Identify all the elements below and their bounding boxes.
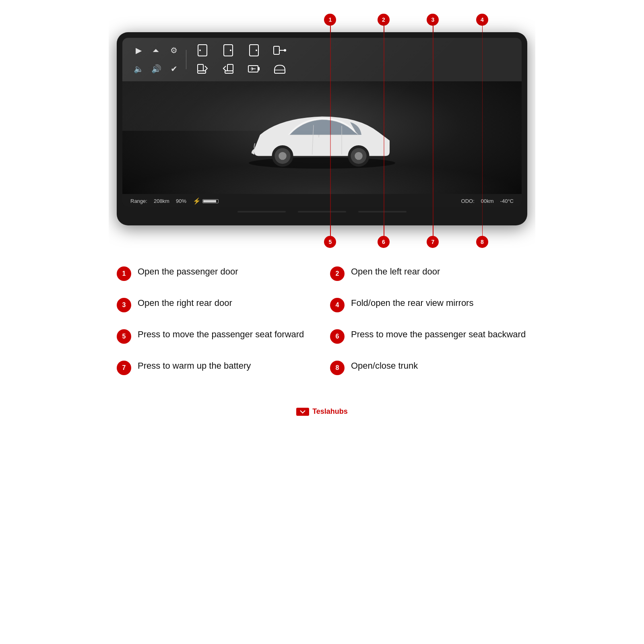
desc-badge-7: 7 — [117, 361, 131, 375]
vol-down-icon[interactable]: 🔈 — [130, 60, 147, 77]
battery-bar: ⚡ — [193, 197, 219, 205]
desc-badge-6: 6 — [330, 329, 345, 344]
svg-point-20 — [279, 152, 287, 160]
desc-item-7: 7 Press to warm up the battery — [117, 352, 314, 383]
trunk-icon[interactable] — [268, 60, 292, 77]
grille-3 — [358, 211, 407, 213]
range-value: 208km — [154, 198, 169, 204]
bluetooth-icon[interactable]: ✔ — [166, 60, 182, 77]
battery-heat-icon[interactable] — [242, 60, 266, 77]
svg-rect-11 — [227, 64, 233, 71]
grille-2 — [298, 211, 346, 213]
brand-icon — [296, 408, 309, 416]
desc-badge-8: 8 — [330, 361, 345, 375]
descriptions-grid: 1 Open the passenger door 2 Open the lef… — [117, 258, 527, 383]
range-label: Range: — [130, 198, 147, 204]
svg-text:T: T — [318, 134, 320, 138]
door-rear-right-icon[interactable] — [242, 42, 266, 59]
ann-top-2: 2 — [378, 14, 390, 26]
svg-rect-14 — [258, 67, 260, 70]
car-illustration: T — [237, 107, 407, 169]
desc-text-6: Press to move the passenger seat backwar… — [351, 328, 526, 341]
desc-text-5: Press to move the passenger seat forward — [138, 328, 304, 341]
vol-up-icon[interactable]: 🔊 — [148, 60, 164, 77]
door-rear-left-icon[interactable] — [216, 42, 240, 59]
ann-top-1: 1 — [324, 14, 336, 26]
desc-badge-2: 2 — [330, 266, 345, 281]
tesla-screen: ▶ ⏶ ⚙ 🔈 🔊 ✔ — [117, 32, 527, 225]
svg-rect-10 — [198, 71, 206, 73]
toolbar-left-grid: ▶ ⏶ ⚙ 🔈 🔊 ✔ — [130, 42, 182, 77]
svg-rect-12 — [225, 71, 233, 73]
status-left: Range: 208km 90% ⚡ — [130, 197, 219, 205]
badge-5: 5 — [324, 236, 336, 248]
desc-text-3: Open the right rear door — [138, 297, 232, 310]
play-icon[interactable]: ▶ — [130, 42, 147, 59]
badge-6: 6 — [378, 236, 390, 248]
badge-4: 4 — [476, 14, 488, 26]
toolbar-right-grid — [190, 42, 514, 77]
svg-rect-27 — [298, 409, 307, 415]
ann-top-4: 4 — [476, 14, 488, 26]
desc-item-3: 3 Open the right rear door — [117, 289, 314, 320]
brand-svg — [298, 409, 308, 415]
svg-point-1 — [199, 50, 201, 51]
screen-wrapper: 1 2 3 4 — [117, 12, 527, 250]
svg-rect-6 — [274, 46, 279, 54]
battery-level-bar — [202, 199, 219, 203]
toolbar-divider — [186, 50, 186, 69]
svg-point-3 — [230, 50, 231, 51]
grille-1 — [237, 211, 286, 213]
ann-top-3: 3 — [427, 14, 439, 26]
desc-badge-5: 5 — [117, 329, 131, 344]
bot-line-7 — [433, 225, 433, 236]
svg-point-5 — [256, 50, 257, 51]
door-front-left-icon[interactable] — [190, 42, 215, 59]
badge-2: 2 — [378, 14, 390, 26]
bot-line-8 — [482, 225, 483, 236]
desc-item-1: 1 Open the passenger door — [117, 258, 314, 289]
badge-1: 1 — [324, 14, 336, 26]
svg-point-8 — [284, 49, 286, 52]
desc-badge-1: 1 — [117, 266, 131, 281]
car-display: T — [122, 81, 522, 194]
svg-rect-9 — [198, 64, 203, 71]
odo-label: ODO: — [461, 198, 475, 204]
toolbar: ▶ ⏶ ⚙ 🔈 🔊 ✔ — [122, 38, 522, 81]
bot-line-5 — [330, 225, 331, 236]
screen-display: ▶ ⏶ ⚙ 🔈 🔊 ✔ — [122, 38, 522, 207]
seat-backward-icon[interactable] — [216, 60, 240, 77]
nav-icon[interactable]: ⏶ — [148, 42, 164, 59]
badge-3: 3 — [427, 14, 439, 26]
settings-icon[interactable]: ⚙ — [166, 42, 182, 59]
bot-line-6 — [384, 225, 384, 236]
svg-point-23 — [355, 152, 363, 160]
status-bar: Range: 208km 90% ⚡ ODO: 00km -40°C — [122, 194, 522, 207]
temperature: -40°C — [500, 198, 514, 204]
odo-value: 00km — [481, 198, 494, 204]
svg-point-17 — [249, 157, 395, 169]
desc-text-8: Open/close trunk — [351, 360, 418, 372]
battery-bolt-icon: ⚡ — [193, 197, 201, 205]
badge-8: 8 — [476, 236, 488, 248]
footer: Teslahubs — [117, 399, 527, 416]
battery-percent: 90% — [176, 198, 186, 204]
desc-badge-4: 4 — [330, 298, 345, 312]
badge-7: 7 — [427, 236, 439, 248]
desc-text-2: Open the left rear door — [351, 266, 440, 278]
top-annotations: 1 2 3 4 — [117, 12, 527, 32]
speaker-grille — [122, 207, 522, 217]
bottom-annotations: 5 6 7 8 — [117, 225, 527, 250]
desc-item-2: 2 Open the left rear door — [330, 258, 527, 289]
desc-text-1: Open the passenger door — [138, 266, 238, 278]
desc-badge-3: 3 — [117, 298, 131, 312]
desc-text-4: Fold/open the rear view mirrors — [351, 297, 473, 310]
desc-text-7: Press to warm up the battery — [138, 360, 251, 372]
desc-item-5: 5 Press to move the passenger seat forwa… — [117, 320, 314, 352]
mirror-icon[interactable] — [268, 42, 292, 59]
desc-item-4: 4 Fold/open the rear view mirrors — [330, 289, 527, 320]
brand-name: Teslahubs — [312, 407, 348, 416]
seat-forward-icon[interactable] — [190, 60, 215, 77]
brand-logo: Teslahubs — [296, 407, 348, 416]
status-right: ODO: 00km -40°C — [461, 198, 514, 204]
